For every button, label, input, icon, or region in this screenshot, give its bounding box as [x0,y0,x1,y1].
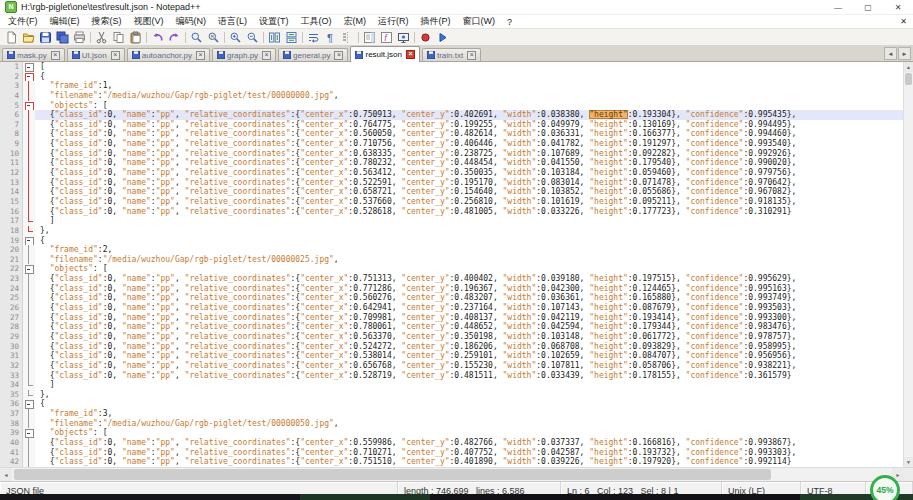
code-text: "objects": [ [35,428,903,438]
line-number: 30 [0,342,23,352]
fold-margin[interactable] [23,428,35,438]
sync-scroll-h-icon[interactable] [283,30,300,45]
scroll-down-icon[interactable]: ▼ [904,457,913,467]
code-text: { [35,399,903,409]
save-all-icon[interactable] [54,30,71,45]
open-folder-icon[interactable] [20,30,37,45]
fold-margin[interactable] [23,72,35,82]
tab-mask.py[interactable]: mask.py× [2,48,65,61]
copy-icon[interactable] [110,30,127,45]
menu-item-6[interactable]: 设置(T) [253,15,295,28]
close-tab-icon[interactable]: × [467,51,476,60]
minimize-button[interactable]: — [823,0,853,14]
play-macro-icon[interactable] [434,30,451,45]
close-tab-icon[interactable]: × [406,50,415,59]
close-tab-icon[interactable]: × [196,51,205,60]
code-text: {"class_id":0, "name":"pp", "relative_co… [35,371,903,381]
code-text: "filename":"/media/wuzhou/Gap/rgb-piglet… [35,419,903,429]
line-number: 9 [0,139,23,149]
function-list-icon[interactable]: f [378,30,395,45]
tab-train.txt[interactable]: train.txt× [422,48,481,61]
cut-icon[interactable] [93,30,110,45]
tab-scroll-left-icon[interactable]: ◄ [884,47,897,60]
fold-margin[interactable] [23,264,35,274]
fold-margin [23,293,35,303]
paste-icon[interactable] [127,30,144,45]
menubar-close-document-icon[interactable]: ✕ [900,17,907,26]
show-all-characters-icon[interactable]: ¶ [322,30,339,45]
menu-item-9[interactable]: 运行(R) [372,15,415,28]
menu-item-11[interactable]: 窗口(W) [457,15,502,28]
save-icon[interactable] [37,30,54,45]
line-number: 42 [0,457,23,467]
fold-margin[interactable] [23,236,35,246]
tab-scroll-right-icon[interactable]: ► [898,47,911,60]
sync-scroll-v-icon[interactable] [266,30,283,45]
maximize-button[interactable]: ▢ [853,0,883,14]
horizontal-scrollbar[interactable]: ◄ ► [0,467,913,481]
close-button[interactable]: ✕ [883,0,913,14]
fold-margin [23,158,35,168]
zoom-in-icon[interactable] [227,30,244,45]
tab-autoanchor.py[interactable]: autoanchor.py× [127,48,210,61]
find-icon[interactable] [188,30,205,45]
close-tab-icon[interactable]: × [111,51,120,60]
redo-icon[interactable] [166,30,183,45]
fold-margin[interactable] [23,399,35,409]
menu-item-1[interactable]: 编辑(E) [44,15,86,28]
menu-item-2[interactable]: 搜索(S) [86,15,128,28]
scroll-left-icon[interactable]: ◄ [0,468,12,481]
fold-margin [23,129,35,139]
line-number: 10 [0,149,23,159]
percentage-overlay-badge[interactable]: 45% [870,475,900,500]
menu-item-10[interactable]: 插件(P) [415,15,457,28]
line-number: 32 [0,361,23,371]
word-wrap-icon[interactable] [305,30,322,45]
close-tab-icon[interactable]: × [262,51,271,60]
saved-file-icon [132,51,140,59]
horizontal-scrollbar-thumb[interactable] [14,469,771,480]
menu-item-7[interactable]: 工具(O) [295,15,338,28]
menu-item-8[interactable]: 宏(M) [338,15,373,28]
tab-label: graph.py [227,51,258,60]
toolbar-separator [263,32,264,43]
fold-margin [23,91,35,101]
zoom-out-icon[interactable] [244,30,261,45]
toolbar-separator [224,32,225,43]
print-icon[interactable] [71,30,88,45]
code-text: {"class_id":0, "name":"pp", "relative_co… [35,168,903,178]
tab-graph.py[interactable]: graph.py× [212,48,276,61]
monitor-icon[interactable] [395,30,412,45]
tab-UI.json[interactable]: UI.json× [67,48,125,61]
fold-margin [23,168,35,178]
close-tab-icon[interactable]: × [51,51,60,60]
line-number: 6 [0,110,23,120]
new-file-icon[interactable] [3,30,20,45]
close-tab-icon[interactable]: × [334,51,343,60]
tab-result.json[interactable]: result.json× [350,46,419,62]
scroll-up-icon[interactable]: ▲ [904,62,913,72]
vertical-scrollbar[interactable]: ▲ ▼ [903,62,913,467]
menu-item-5[interactable]: 语言(L) [212,15,253,28]
line-number: 29 [0,332,23,342]
tab-general.py[interactable]: general.py× [278,48,348,61]
code-line-8: 8 {"class_id":0, "name":"pp", "relative_… [0,129,903,139]
record-macro-icon[interactable] [417,30,434,45]
menu-item-0[interactable]: 文件(F) [2,15,44,28]
indent-guide-icon[interactable] [339,30,356,45]
code-area[interactable]: 1[2{3 "frame_id":1,4 "filename":"/media/… [0,62,903,467]
vertical-scrollbar-thumb[interactable] [905,73,912,85]
replace-icon[interactable] [205,30,222,45]
fold-margin [23,342,35,352]
document-map-icon[interactable] [361,30,378,45]
code-text: {"class_id":0, "name":"pp", "relative_co… [35,129,903,139]
fold-margin[interactable] [23,62,35,72]
line-number: 41 [0,448,23,458]
fold-margin[interactable] [23,101,35,111]
menu-item-4[interactable]: 编码(N) [170,15,213,28]
line-number: 8 [0,129,23,139]
undo-icon[interactable] [149,30,166,45]
menu-item-3[interactable]: 视图(V) [128,15,170,28]
menu-item-12[interactable]: ? [501,17,518,27]
code-line-13: 13 {"class_id":0, "name":"pp", "relative… [0,178,903,188]
